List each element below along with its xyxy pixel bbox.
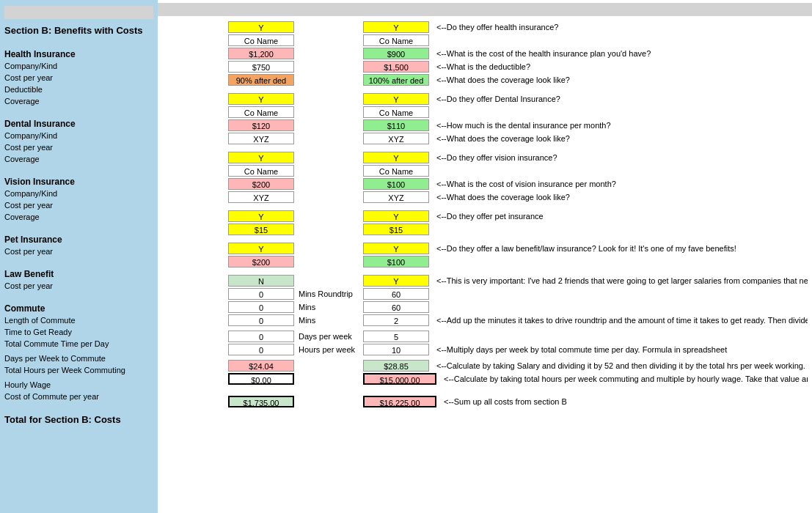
sidebar-pet-cost: Cost per year	[4, 246, 153, 257]
commute-col1-total-unit: Mins	[297, 316, 363, 325]
section-b-title: Section B: Benefits with Costs	[4, 25, 153, 36]
vision-col1-cost[interactable]: $200	[228, 178, 294, 190]
health-col1-cost[interactable]: $1,200	[228, 48, 294, 59]
commute-col2-ready[interactable]: 60	[363, 301, 429, 313]
law-col1-cost[interactable]: $200	[228, 256, 294, 267]
dental-col1-offered[interactable]: Y	[228, 93, 294, 105]
sidebar: Section B: Benefits with Costs Health In…	[0, 0, 158, 513]
sidebar-health-title: Health Insurance	[4, 49, 153, 59]
commute-col1-hours-unit: Hours per week	[297, 345, 363, 354]
dental-offered-note: <--Do they offer Dental Insurance?	[432, 95, 808, 103]
commute-offered-note: <--This is very important: I've had 2 fr…	[432, 276, 808, 285]
law-offered-note: <--Do they offer a law benefit/law insur…	[432, 244, 808, 253]
dental-col1-coverage[interactable]: XYZ	[228, 133, 294, 144]
commute-col1-days-unit: Days per week	[297, 332, 363, 341]
commute-col2-length[interactable]: 60	[363, 288, 429, 300]
vision-col2-cost[interactable]: $100	[363, 178, 429, 190]
commute-col1-cost[interactable]: $0.00	[228, 373, 294, 385]
commute-wage-note: <--Calculate by taking Salary and dividi…	[432, 361, 808, 370]
dental-col1-cost[interactable]: $120	[228, 119, 294, 131]
sidebar-dental-cost: Cost per year	[4, 141, 153, 153]
commute-total-note: <--Add up the minutes it takes to drive …	[432, 316, 808, 325]
health-col2-coverage[interactable]: 100% after ded	[363, 74, 429, 86]
sidebar-commute-total-day: Total Commute Time per Day	[4, 338, 153, 350]
sidebar-coverage-health: Coverage	[4, 95, 153, 107]
health-col1-deductible[interactable]: $750	[228, 61, 294, 73]
vision-col2-offered[interactable]: Y	[363, 152, 429, 163]
commute-cost-note: <--Calculate by taking total hours per w…	[439, 374, 808, 383]
sidebar-vision-coverage: Coverage	[4, 211, 153, 223]
health-deductible-note: <--What is the deductible?	[432, 62, 808, 71]
commute-col1-total-hours[interactable]: 0	[228, 344, 294, 355]
health-col2-offered[interactable]: Y	[363, 21, 429, 33]
dental-col2-offered[interactable]: Y	[363, 93, 429, 105]
sidebar-total-label: Total for Section B: Costs	[4, 414, 153, 425]
sidebar-law-cost: Cost per year	[4, 280, 153, 292]
sidebar-cost-year-health: Cost per year	[4, 72, 153, 84]
law-col2-cost[interactable]: $100	[363, 256, 429, 267]
commute-col2-cost[interactable]: $15,000.00	[363, 373, 436, 385]
commute-hours-note: <--Multiply days per week by total commu…	[432, 345, 808, 354]
sidebar-deductible: Deductible	[4, 84, 153, 95]
sidebar-dental-title: Dental Insurance	[4, 119, 153, 129]
total-col1[interactable]: $1,735.00	[228, 396, 294, 407]
vision-col2-company[interactable]: Co Name	[363, 165, 429, 177]
dental-col2-coverage[interactable]: XYZ	[363, 133, 429, 144]
vision-col2-coverage[interactable]: XYZ	[363, 191, 429, 203]
health-col1-coverage[interactable]: 90% after ded	[228, 74, 294, 86]
health-col2-company[interactable]: Co Name	[363, 34, 429, 46]
health-col1-company[interactable]: Co Name	[228, 34, 294, 46]
pet-offered-note: <--Do they offer pet insurance	[432, 212, 808, 221]
pet-col2-offered[interactable]: Y	[363, 210, 429, 222]
dental-cost-note: <--How much is the dental insurance per …	[432, 121, 808, 130]
health-cost-note: <--What is the cost of the health insura…	[432, 49, 808, 58]
dental-coverage-note: <--What does the coverage look like?	[432, 134, 808, 143]
sidebar-vision-company: Company/Kind	[4, 188, 153, 199]
total-note: <--Sum up all costs from section B	[439, 397, 808, 406]
commute-col2-offered[interactable]: Y	[363, 275, 429, 287]
health-col2-cost[interactable]: $900	[363, 48, 429, 59]
pet-col1-cost[interactable]: $15	[228, 224, 294, 235]
sidebar-commute-title: Commute	[4, 303, 153, 314]
vision-col1-company[interactable]: Co Name	[228, 165, 294, 177]
commute-col1-length[interactable]: 0	[228, 288, 294, 300]
sidebar-dental-coverage: Coverage	[4, 153, 153, 165]
health-col1-offered[interactable]: Y	[228, 21, 294, 33]
sidebar-vision-cost: Cost per year	[4, 199, 153, 211]
commute-col2-days[interactable]: 5	[363, 331, 429, 342]
commute-col1-ready[interactable]: 0	[228, 301, 294, 313]
pet-col2-cost[interactable]: $15	[363, 224, 429, 235]
sidebar-dental-company: Company/Kind	[4, 130, 153, 141]
sidebar-company-kind: Company/Kind	[4, 60, 153, 72]
vision-coverage-note: <--What does the coverage look like?	[432, 193, 808, 202]
commute-col2-wage[interactable]: $28.85	[363, 360, 429, 372]
dental-col2-company[interactable]: Co Name	[363, 106, 429, 118]
commute-col2-total-hours[interactable]: 10	[363, 344, 429, 355]
total-col2[interactable]: $16,225.00	[363, 396, 436, 407]
dental-col1-company[interactable]: Co Name	[228, 106, 294, 118]
pet-col1-offered[interactable]: Y	[228, 210, 294, 222]
sidebar-commute-wage: Hourly Wage	[4, 379, 153, 391]
vision-col1-offered[interactable]: Y	[228, 152, 294, 163]
sidebar-commute-days: Days per Week to Commute	[4, 353, 153, 364]
law-col1-offered[interactable]: Y	[228, 243, 294, 254]
health-offered-note: <--Do they offer health insurance?	[432, 23, 808, 32]
health-col2-deductible[interactable]: $1,500	[363, 61, 429, 73]
sidebar-law-title: Law Benefit	[4, 269, 153, 279]
commute-col1-wage[interactable]: $24.04	[228, 360, 294, 372]
sidebar-commute-cost: Cost of Commute per year	[4, 391, 153, 402]
main-content: Y Y <--Do they offer health insurance? C…	[158, 0, 812, 513]
commute-col1-ready-unit: Mins	[297, 303, 363, 311]
sidebar-commute-ready: Time to Get Ready	[4, 326, 153, 338]
sidebar-vision-title: Vision Insurance	[4, 177, 153, 187]
law-col2-offered[interactable]: Y	[363, 243, 429, 254]
commute-col1-days[interactable]: 0	[228, 331, 294, 342]
commute-col1-total-time[interactable]: 0	[228, 314, 294, 326]
sidebar-commute-length: Length of Commute	[4, 314, 153, 326]
vision-col1-coverage[interactable]: XYZ	[228, 191, 294, 203]
commute-col2-total-time[interactable]: 2	[363, 314, 429, 326]
vision-cost-note: <--What is the cost of vision insurance …	[432, 180, 808, 188]
commute-col1-offered[interactable]: N	[228, 275, 294, 287]
sidebar-pet-title: Pet Insurance	[4, 235, 153, 245]
dental-col2-cost[interactable]: $110	[363, 119, 429, 131]
